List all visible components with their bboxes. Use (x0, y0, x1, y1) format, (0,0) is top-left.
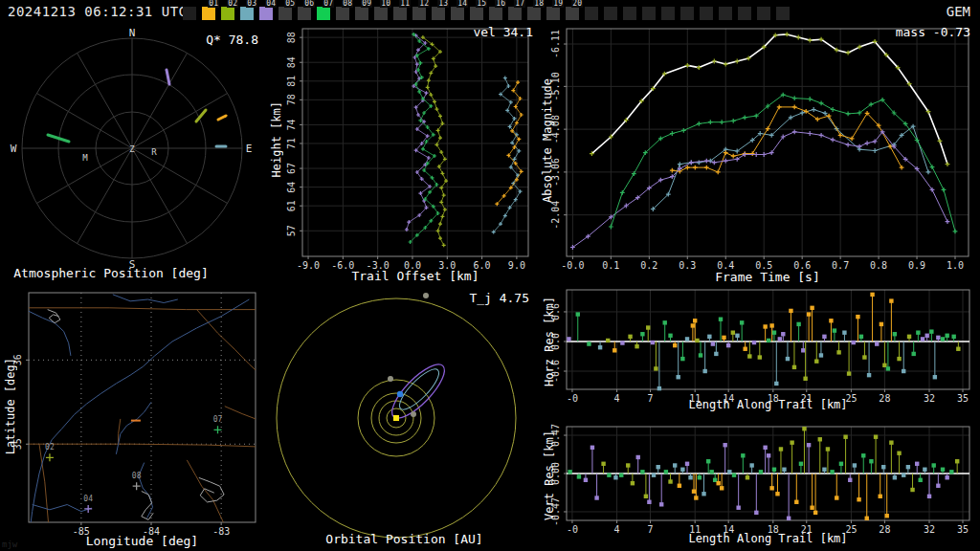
station-slot-09-box (355, 7, 368, 20)
svg-text:81: 81 (286, 76, 297, 87)
map-marker-07 (214, 426, 222, 433)
svg-text:08: 08 (132, 472, 142, 480)
station-slot-11-box (393, 7, 407, 20)
slot-extra-3[interactable] (622, 0, 641, 23)
meteoroid-orbit-ellipse (385, 357, 452, 425)
earth-dot (397, 391, 403, 397)
trail-plot-canvas: -9.0-6.0-3.00.03.06.09.05761646771747881… (268, 23, 541, 283)
station-slot-02-label: 02 (227, 0, 238, 8)
slot-extra-4-box (642, 7, 656, 20)
station-slot-03[interactable]: 03 (239, 0, 258, 23)
station-slot-20-label: 20 (571, 0, 583, 8)
station-slot-07-box (317, 7, 330, 20)
slot-extra-6-box (680, 7, 694, 20)
map-x-axis-label: Longitude [deg] (29, 534, 256, 548)
station-slot-11-label: 11 (399, 0, 411, 8)
svg-text:02: 02 (45, 443, 55, 452)
station-slot-01-label: 01 (208, 0, 219, 8)
residuals-canvas: -04711141821252832350.60.0-0.6-047111418… (541, 283, 980, 551)
station-slot-04-label: 04 (265, 0, 277, 8)
station-slot-06-box (298, 7, 311, 20)
slot-extra-11[interactable] (775, 0, 794, 23)
station-slot-17-box (508, 7, 522, 20)
slot-extra-9[interactable] (737, 0, 756, 23)
slot-extra-2[interactable] (603, 0, 622, 23)
station-slot-01-box (202, 7, 215, 20)
station-slot-01[interactable]: 01 (201, 0, 220, 23)
planet-dot-mars (388, 376, 393, 382)
atmospheric-plot-canvas: NSEWZMR (0, 23, 268, 283)
svg-text:R: R (151, 147, 157, 157)
station-slot-06[interactable]: 06 (297, 0, 316, 23)
station-slot-10-label: 10 (380, 0, 391, 8)
station-slot-14[interactable]: 14 (450, 0, 469, 23)
station-slot-12-box (412, 7, 426, 20)
svg-text:E: E (246, 143, 253, 155)
slot-extra-10[interactable] (756, 0, 775, 23)
planet-dot-jupiter (423, 293, 429, 298)
trail-offset-panel: -9.0-6.0-3.00.03.06.09.05761646771747881… (268, 23, 541, 283)
svg-text:61: 61 (286, 200, 297, 211)
station-slot-04[interactable]: 04 (258, 0, 278, 23)
station-slot-16-box (489, 7, 502, 20)
svg-text:M: M (82, 153, 88, 163)
series-station-01 (670, 105, 904, 175)
station-slot-19[interactable]: 19 (546, 0, 565, 23)
slot-extra-8[interactable] (718, 0, 737, 23)
station-slot-04-box (259, 7, 273, 20)
station-slot-05[interactable]: 05 (278, 0, 297, 23)
svg-text:84: 84 (286, 56, 297, 68)
station-slot-15[interactable]: 15 (469, 0, 488, 23)
svg-text:N: N (129, 27, 136, 39)
station-slot-13-label: 13 (437, 0, 449, 8)
station-slot-20[interactable]: 20 (565, 0, 584, 23)
station-slot-18[interactable]: 18 (526, 0, 546, 23)
slot-extra-6[interactable] (679, 0, 699, 23)
station-slot-16[interactable]: 16 (488, 0, 507, 23)
orbit-canvas (268, 283, 541, 551)
svg-text:74: 74 (286, 119, 297, 130)
atmospheric-position-panel: NSEWZMR Q* 78.8 Atmospheric Position [de… (0, 23, 268, 283)
station-slot-02-box (221, 7, 234, 20)
station-slot-02[interactable]: 02 (220, 0, 239, 23)
svg-text:04: 04 (83, 495, 93, 503)
station-slot-12-label: 12 (418, 0, 430, 8)
series-station-07 (609, 93, 957, 234)
station-slot-08[interactable]: 08 (335, 0, 354, 23)
station-slot-07-label: 07 (323, 0, 334, 8)
horz-res-y-axis-label: Horz Res [km] (543, 297, 556, 386)
utc-timestamp: 20241213 06:12:31 UTC (0, 4, 182, 19)
station-slot-12[interactable]: 12 (412, 0, 431, 23)
station-slot-05-box (278, 7, 292, 20)
svg-text:Z: Z (129, 144, 135, 154)
station-slot-09-label: 09 (361, 0, 372, 8)
svg-text:W: W (11, 143, 17, 155)
slot-extra-7[interactable] (699, 0, 718, 23)
svg-text:78: 78 (286, 94, 297, 105)
slot-lead-0[interactable] (182, 0, 201, 23)
station-slot-13[interactable]: 13 (431, 0, 450, 23)
station-slot-13-box (432, 7, 445, 20)
vert-res-y-axis-label: Vert Res [km] (543, 430, 556, 520)
svg-text:64: 64 (286, 182, 297, 193)
station-slot-19-box (546, 7, 560, 20)
slot-extra-5[interactable] (660, 0, 679, 23)
station-slot-06-label: 06 (303, 0, 315, 8)
map-marker-04 (84, 505, 92, 513)
magnitude-panel: -0.00.10.20.30.40.50.60.70.80.91.0-6.11-… (541, 23, 980, 283)
slot-extra-8-box (719, 7, 732, 20)
residuals-panel: -04711141821252832350.60.0-0.6-047111418… (541, 283, 980, 551)
station-slot-17[interactable]: 17 (507, 0, 526, 23)
slot-extra-7-box (700, 7, 713, 20)
slot-extra-4[interactable] (641, 0, 660, 23)
station-slot-09[interactable]: 09 (354, 0, 373, 23)
slot-extra-11-box (776, 7, 790, 20)
svg-text:-6.11: -6.11 (550, 30, 561, 58)
station-slot-07[interactable]: 07 (316, 0, 335, 23)
map-y-axis-label: Latitude [deg] (4, 358, 17, 454)
station-slot-11[interactable]: 11 (392, 0, 412, 23)
station-slot-15-label: 15 (476, 0, 487, 8)
station-slot-10[interactable]: 10 (373, 0, 392, 23)
station-slot-15-box (470, 7, 483, 20)
slot-extra-1[interactable] (584, 0, 603, 23)
